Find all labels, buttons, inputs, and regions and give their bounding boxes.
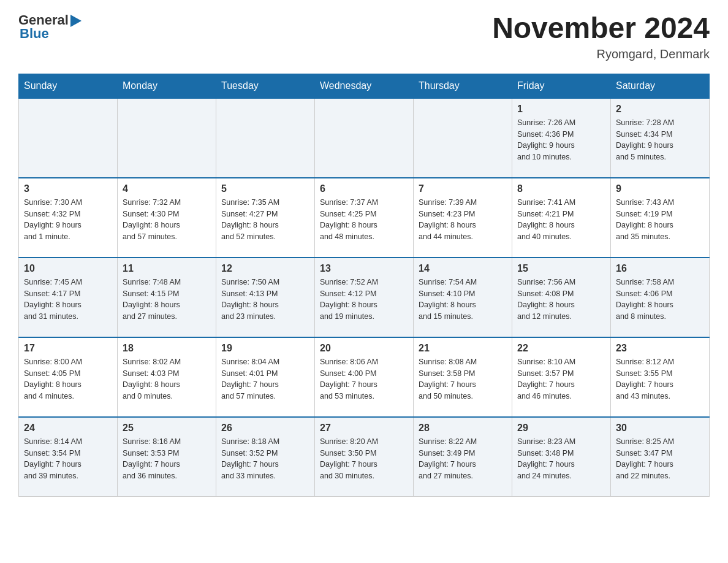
calendar-cell: 11Sunrise: 7:48 AM Sunset: 4:15 PM Dayli… [118, 258, 216, 337]
calendar-cell: 15Sunrise: 7:56 AM Sunset: 4:08 PM Dayli… [512, 258, 611, 337]
day-info: Sunrise: 8:02 AM Sunset: 4:03 PM Dayligh… [123, 356, 211, 402]
day-info: Sunrise: 7:48 AM Sunset: 4:15 PM Dayligh… [123, 277, 211, 323]
calendar-cell: 12Sunrise: 7:50 AM Sunset: 4:13 PM Dayli… [216, 258, 315, 337]
day-number: 1 [517, 104, 605, 115]
logo-blue: Blue [20, 26, 49, 42]
day-number: 7 [419, 183, 507, 194]
day-info: Sunrise: 8:23 AM Sunset: 3:48 PM Dayligh… [517, 436, 605, 482]
calendar-cell: 26Sunrise: 8:18 AM Sunset: 3:52 PM Dayli… [216, 417, 315, 497]
day-info: Sunrise: 8:10 AM Sunset: 3:57 PM Dayligh… [517, 356, 605, 402]
day-info: Sunrise: 7:26 AM Sunset: 4:36 PM Dayligh… [517, 117, 605, 163]
calendar-cell: 16Sunrise: 7:58 AM Sunset: 4:06 PM Dayli… [611, 258, 710, 337]
header-day-thursday: Thursday [414, 74, 512, 98]
day-number: 5 [221, 183, 309, 194]
day-number: 29 [517, 423, 605, 434]
day-number: 12 [221, 263, 309, 274]
calendar-cell: 29Sunrise: 8:23 AM Sunset: 3:48 PM Dayli… [512, 417, 611, 497]
svg-marker-0 [70, 15, 82, 27]
day-info: Sunrise: 7:43 AM Sunset: 4:19 PM Dayligh… [616, 197, 704, 243]
week-row-2: 3Sunrise: 7:30 AM Sunset: 4:32 PM Daylig… [19, 178, 710, 258]
day-number: 11 [123, 263, 211, 274]
calendar-cell: 20Sunrise: 8:06 AM Sunset: 4:00 PM Dayli… [315, 337, 414, 417]
calendar-cell: 28Sunrise: 8:22 AM Sunset: 3:49 PM Dayli… [414, 417, 512, 497]
day-number: 19 [221, 343, 309, 354]
calendar-cell: 30Sunrise: 8:25 AM Sunset: 3:47 PM Dayli… [611, 417, 710, 497]
day-number: 2 [616, 104, 704, 115]
week-row-4: 17Sunrise: 8:00 AM Sunset: 4:05 PM Dayli… [19, 337, 710, 417]
calendar-cell: 2Sunrise: 7:28 AM Sunset: 4:34 PM Daylig… [611, 98, 710, 178]
day-number: 18 [123, 343, 211, 354]
day-info: Sunrise: 7:28 AM Sunset: 4:34 PM Dayligh… [616, 117, 704, 163]
calendar-cell [19, 98, 118, 178]
calendar-cell [118, 98, 216, 178]
header-day-tuesday: Tuesday [216, 74, 315, 98]
calendar-cell: 9Sunrise: 7:43 AM Sunset: 4:19 PM Daylig… [611, 178, 710, 258]
calendar-cell [414, 98, 512, 178]
day-info: Sunrise: 7:56 AM Sunset: 4:08 PM Dayligh… [517, 277, 605, 323]
calendar-cell: 24Sunrise: 8:14 AM Sunset: 3:54 PM Dayli… [19, 417, 118, 497]
day-number: 30 [616, 423, 704, 434]
day-info: Sunrise: 7:52 AM Sunset: 4:12 PM Dayligh… [320, 277, 408, 323]
day-info: Sunrise: 8:20 AM Sunset: 3:50 PM Dayligh… [320, 436, 408, 482]
logo-arrow-icon [70, 15, 82, 27]
day-number: 13 [320, 263, 408, 274]
day-info: Sunrise: 7:58 AM Sunset: 4:06 PM Dayligh… [616, 277, 704, 323]
day-info: Sunrise: 8:06 AM Sunset: 4:00 PM Dayligh… [320, 356, 408, 402]
calendar-cell: 18Sunrise: 8:02 AM Sunset: 4:03 PM Dayli… [118, 337, 216, 417]
day-info: Sunrise: 7:35 AM Sunset: 4:27 PM Dayligh… [221, 197, 309, 243]
day-info: Sunrise: 8:04 AM Sunset: 4:01 PM Dayligh… [221, 356, 309, 402]
calendar-cell [216, 98, 315, 178]
calendar-cell: 21Sunrise: 8:08 AM Sunset: 3:58 PM Dayli… [414, 337, 512, 417]
header-day-friday: Friday [512, 74, 611, 98]
day-info: Sunrise: 8:00 AM Sunset: 4:05 PM Dayligh… [24, 356, 112, 402]
day-number: 26 [221, 423, 309, 434]
header-day-wednesday: Wednesday [315, 74, 414, 98]
day-info: Sunrise: 7:37 AM Sunset: 4:25 PM Dayligh… [320, 197, 408, 243]
day-info: Sunrise: 8:14 AM Sunset: 3:54 PM Dayligh… [24, 436, 112, 482]
calendar-cell: 17Sunrise: 8:00 AM Sunset: 4:05 PM Dayli… [19, 337, 118, 417]
day-number: 15 [517, 263, 605, 274]
week-row-1: 1Sunrise: 7:26 AM Sunset: 4:36 PM Daylig… [19, 98, 710, 178]
day-number: 14 [419, 263, 507, 274]
day-number: 10 [24, 263, 112, 274]
day-number: 21 [419, 343, 507, 354]
day-number: 24 [24, 423, 112, 434]
day-info: Sunrise: 7:54 AM Sunset: 4:10 PM Dayligh… [419, 277, 507, 323]
day-info: Sunrise: 8:25 AM Sunset: 3:47 PM Dayligh… [616, 436, 704, 482]
calendar-cell: 8Sunrise: 7:41 AM Sunset: 4:21 PM Daylig… [512, 178, 611, 258]
calendar-cell: 13Sunrise: 7:52 AM Sunset: 4:12 PM Dayli… [315, 258, 414, 337]
calendar-cell: 1Sunrise: 7:26 AM Sunset: 4:36 PM Daylig… [512, 98, 611, 178]
day-number: 9 [616, 183, 704, 194]
location: Ryomgard, Denmark [492, 47, 710, 61]
day-number: 27 [320, 423, 408, 434]
day-number: 20 [320, 343, 408, 354]
day-info: Sunrise: 8:08 AM Sunset: 3:58 PM Dayligh… [419, 356, 507, 402]
calendar-cell: 22Sunrise: 8:10 AM Sunset: 3:57 PM Dayli… [512, 337, 611, 417]
calendar-cell: 7Sunrise: 7:39 AM Sunset: 4:23 PM Daylig… [414, 178, 512, 258]
day-info: Sunrise: 7:30 AM Sunset: 4:32 PM Dayligh… [24, 197, 112, 243]
day-number: 3 [24, 183, 112, 194]
day-number: 4 [123, 183, 211, 194]
day-number: 28 [419, 423, 507, 434]
day-number: 23 [616, 343, 704, 354]
day-info: Sunrise: 7:32 AM Sunset: 4:30 PM Dayligh… [123, 197, 211, 243]
day-info: Sunrise: 7:41 AM Sunset: 4:21 PM Dayligh… [517, 197, 605, 243]
header-row: SundayMondayTuesdayWednesdayThursdayFrid… [19, 74, 710, 98]
calendar-table: SundayMondayTuesdayWednesdayThursdayFrid… [18, 74, 710, 497]
calendar-cell: 10Sunrise: 7:45 AM Sunset: 4:17 PM Dayli… [19, 258, 118, 337]
calendar-cell: 5Sunrise: 7:35 AM Sunset: 4:27 PM Daylig… [216, 178, 315, 258]
calendar-cell: 25Sunrise: 8:16 AM Sunset: 3:53 PM Dayli… [118, 417, 216, 497]
day-info: Sunrise: 8:16 AM Sunset: 3:53 PM Dayligh… [123, 436, 211, 482]
calendar-cell: 3Sunrise: 7:30 AM Sunset: 4:32 PM Daylig… [19, 178, 118, 258]
day-info: Sunrise: 7:39 AM Sunset: 4:23 PM Dayligh… [419, 197, 507, 243]
page-header: General Blue November 2024 Ryomgard, Den… [18, 12, 710, 61]
calendar-cell [315, 98, 414, 178]
calendar-cell: 23Sunrise: 8:12 AM Sunset: 3:55 PM Dayli… [611, 337, 710, 417]
header-day-saturday: Saturday [611, 74, 710, 98]
day-number: 22 [517, 343, 605, 354]
calendar-cell: 14Sunrise: 7:54 AM Sunset: 4:10 PM Dayli… [414, 258, 512, 337]
calendar-cell: 19Sunrise: 8:04 AM Sunset: 4:01 PM Dayli… [216, 337, 315, 417]
header-day-sunday: Sunday [19, 74, 118, 98]
day-info: Sunrise: 7:45 AM Sunset: 4:17 PM Dayligh… [24, 277, 112, 323]
day-info: Sunrise: 7:50 AM Sunset: 4:13 PM Dayligh… [221, 277, 309, 323]
